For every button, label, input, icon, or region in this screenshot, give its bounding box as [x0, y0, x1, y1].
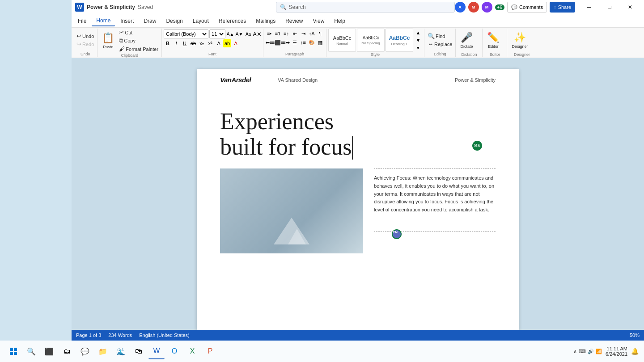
increase-indent-button[interactable]: ⇥	[299, 29, 307, 38]
bold-button[interactable]: B	[164, 39, 172, 47]
chevron-up-icon[interactable]: ∧	[573, 349, 577, 354]
designer-group-label: Designer	[509, 52, 534, 57]
notification-icon[interactable]: 🔔	[631, 348, 639, 355]
italic-button[interactable]: I	[172, 39, 180, 47]
taskbar-search-icon: 🔍	[27, 347, 36, 356]
multilevel-list-button[interactable]: ≡↕	[282, 29, 290, 38]
minimize-button[interactable]: ─	[579, 0, 599, 14]
borders-button[interactable]: ▦	[316, 38, 324, 46]
style-no-spacing[interactable]: AaBbCc No Spacing	[357, 29, 385, 52]
tab-home[interactable]: Home	[92, 16, 115, 26]
line-spacing-button[interactable]: ↕≡	[299, 38, 307, 46]
style-expand-button[interactable]: ▾	[414, 44, 422, 52]
outlook-icon: O	[172, 347, 177, 355]
maximize-button[interactable]: □	[599, 0, 620, 14]
style-group-label: Style	[328, 52, 422, 57]
superscript-button[interactable]: x²	[206, 39, 214, 47]
excel-icon: X	[190, 347, 195, 355]
taskbar-clock[interactable]: 11:11 AM 6/24/2021	[606, 346, 627, 357]
tab-file[interactable]: File	[73, 16, 91, 26]
tab-draw[interactable]: Draw	[139, 16, 161, 26]
change-case-button[interactable]: Aa	[244, 30, 252, 38]
font-size-selector[interactable]: 11	[209, 29, 225, 38]
strikethrough-button[interactable]: ab	[189, 39, 197, 47]
comments-button[interactable]: 💬 Comments	[507, 2, 547, 13]
taskbar-time-display: 11:11 AM	[606, 346, 627, 351]
tab-mailings[interactable]: Mailings	[251, 16, 280, 26]
ribbon-group-designer: ✨ Designer Designer	[507, 29, 536, 57]
collaborators-count: +6	[495, 4, 504, 10]
underline-button[interactable]: U	[181, 39, 189, 47]
grow-font-button[interactable]: A▲	[226, 30, 234, 38]
style-heading1[interactable]: AaBbCc Heading 1	[386, 29, 413, 52]
taskbar-store[interactable]: 🛍	[131, 343, 147, 359]
share-icon: ↑	[554, 4, 556, 10]
align-right-button[interactable]: ≡➡	[282, 38, 290, 46]
align-center-button[interactable]: ≡⬛≡	[274, 38, 282, 46]
network-icon[interactable]: 📶	[596, 349, 602, 354]
style-normal[interactable]: AaBbCc Normal	[328, 29, 356, 52]
page-main-title[interactable]: Experiencesbuilt for focus MK	[220, 109, 496, 160]
style-down-button[interactable]: ▼	[414, 36, 422, 44]
replace-button[interactable]: ↔ Replace	[426, 40, 453, 48]
shrink-font-button[interactable]: A▼	[235, 30, 243, 38]
font-color-button[interactable]: A	[215, 39, 223, 47]
sort-button[interactable]: ↕A	[308, 29, 316, 38]
designer-icon: ✨	[514, 32, 526, 43]
taskbar-chat[interactable]: 💬	[77, 343, 93, 359]
document-page: VanArsdel VA Shared Design Power & Simpl…	[197, 69, 519, 330]
tab-review[interactable]: Review	[281, 16, 307, 26]
paste-button[interactable]: 📋 Paste	[99, 29, 117, 52]
copy-button[interactable]: ⧉ Copy	[118, 37, 160, 45]
taskbar-widgets[interactable]: 🗂	[59, 343, 75, 359]
designer-button[interactable]: ✨ Designer	[509, 29, 530, 52]
ribbon-group-dictation: 🎤 Dictate Dictation	[456, 29, 483, 57]
word-taskbar-icon: W	[153, 347, 160, 355]
dictate-button[interactable]: 🎤 Dictate	[458, 29, 475, 52]
tab-insert[interactable]: Insert	[116, 16, 138, 26]
redo-button[interactable]: ↪ Redo	[75, 40, 95, 48]
cut-button[interactable]: ✂ Cut	[118, 29, 160, 36]
tab-help[interactable]: Help	[330, 16, 350, 26]
taskbar-edge[interactable]: 🌊	[113, 343, 129, 359]
show-marks-button[interactable]: ¶	[316, 29, 324, 38]
text-color-button[interactable]: A	[232, 39, 240, 47]
tab-layout[interactable]: Layout	[188, 16, 213, 26]
volume-icon[interactable]: 🔊	[588, 349, 594, 354]
format-painter-button[interactable]: 🖌 Format Painter	[118, 45, 160, 53]
taskbar-task-view[interactable]: ⬛	[41, 343, 57, 359]
taskbar: 🔍 ⬛ 🗂 💬 📁 🌊 🛍 W O X P ∧ ⌨ 🔊 📶	[0, 341, 644, 362]
font-selector[interactable]: Calibri (Body)	[164, 29, 208, 38]
taskbar-excel[interactable]: X	[184, 343, 200, 359]
tab-design[interactable]: Design	[161, 16, 187, 26]
search-bar[interactable]: 🔍 Search	[276, 2, 455, 13]
share-button[interactable]: ↑ Share	[550, 2, 575, 13]
taskbar-outlook[interactable]: O	[166, 343, 182, 359]
clear-format-button[interactable]: A✕	[253, 30, 261, 38]
shading-button[interactable]: 🎨	[308, 38, 316, 46]
find-button[interactable]: 🔍 Find	[426, 32, 453, 40]
taskbar-word[interactable]: W	[148, 343, 165, 359]
style-up-button[interactable]: ▲	[414, 29, 422, 36]
tab-view[interactable]: View	[309, 16, 329, 26]
taskbar-powerpoint[interactable]: P	[202, 343, 218, 359]
search-text: Search	[289, 4, 306, 10]
comment-icon: 💬	[511, 4, 517, 10]
ribbon-group-undo: ↩ Undo ↪ Redo Undo	[73, 29, 97, 57]
undo-icon: ↩	[76, 33, 81, 39]
justify-button[interactable]: ☰	[291, 38, 299, 46]
tab-references[interactable]: References	[214, 16, 250, 26]
undo-button[interactable]: ↩ Undo	[75, 32, 95, 40]
taskbar-search-button[interactable]: 🔍	[23, 343, 39, 359]
numbered-list-button[interactable]: ≡1	[274, 29, 282, 38]
subscript-button[interactable]: x₂	[198, 39, 206, 47]
decrease-indent-button[interactable]: ⇤	[291, 29, 299, 38]
highlight-button[interactable]: ab	[223, 39, 231, 47]
editor-button[interactable]: ✏️ Editor	[484, 29, 502, 52]
bullet-list-button[interactable]: ≡•	[265, 29, 273, 38]
avatar-user1: A	[455, 2, 466, 13]
close-button[interactable]: ✕	[620, 0, 640, 14]
taskbar-file-manager[interactable]: 📁	[95, 343, 111, 359]
page-body-text[interactable]: Achieving Focus: When technology communi…	[374, 174, 496, 214]
start-button[interactable]	[5, 343, 21, 359]
